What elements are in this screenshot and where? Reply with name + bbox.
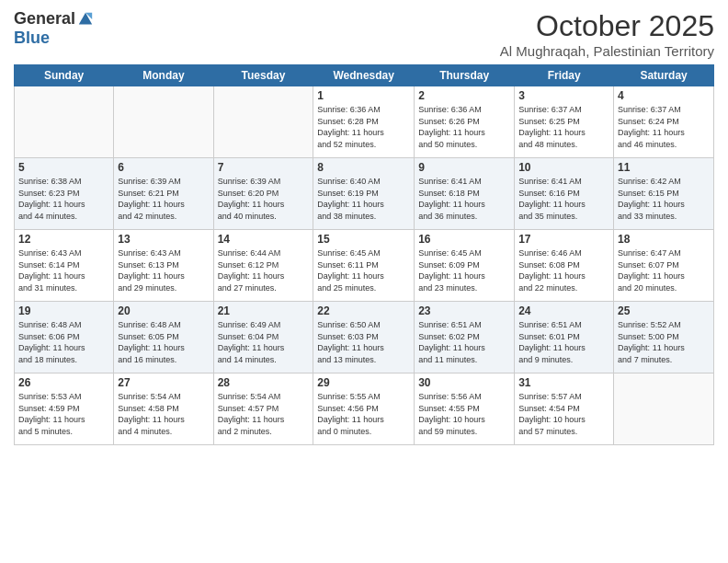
day-info: Sunrise: 6:46 AM Sunset: 6:08 PM Dayligh… xyxy=(518,247,609,293)
day-info: Sunrise: 6:39 AM Sunset: 6:21 PM Dayligh… xyxy=(118,176,209,222)
day-info: Sunrise: 6:45 AM Sunset: 6:09 PM Dayligh… xyxy=(418,247,510,293)
day-number: 26 xyxy=(18,376,109,389)
table-row: 28Sunrise: 5:54 AM Sunset: 4:57 PM Dayli… xyxy=(213,373,313,445)
day-number: 7 xyxy=(218,161,310,174)
day-number: 14 xyxy=(218,233,310,246)
day-number: 17 xyxy=(518,233,609,246)
day-number: 12 xyxy=(18,233,109,246)
day-info: Sunrise: 6:40 AM Sunset: 6:19 PM Dayligh… xyxy=(317,176,410,222)
day-number: 18 xyxy=(618,233,710,246)
day-info: Sunrise: 6:45 AM Sunset: 6:11 PM Dayligh… xyxy=(317,247,410,293)
table-row: 23Sunrise: 6:51 AM Sunset: 6:02 PM Dayli… xyxy=(415,302,515,373)
table-row: 6Sunrise: 6:39 AM Sunset: 6:21 PM Daylig… xyxy=(114,158,213,230)
table-row: 16Sunrise: 6:45 AM Sunset: 6:09 PM Dayli… xyxy=(415,230,515,302)
day-info: Sunrise: 6:43 AM Sunset: 6:13 PM Dayligh… xyxy=(118,247,209,293)
table-row xyxy=(114,86,213,158)
logo-general-text: General xyxy=(14,9,75,29)
day-number: 6 xyxy=(118,161,209,174)
calendar-week-row: 26Sunrise: 5:53 AM Sunset: 4:59 PM Dayli… xyxy=(15,373,714,445)
day-number: 10 xyxy=(518,161,609,174)
day-info: Sunrise: 6:48 AM Sunset: 6:05 PM Dayligh… xyxy=(118,319,209,365)
table-row: 22Sunrise: 6:50 AM Sunset: 6:03 PM Dayli… xyxy=(313,302,415,373)
table-row: 25Sunrise: 5:52 AM Sunset: 5:00 PM Dayli… xyxy=(614,302,714,373)
day-number: 8 xyxy=(317,161,410,174)
day-info: Sunrise: 6:47 AM Sunset: 6:07 PM Dayligh… xyxy=(618,247,710,293)
day-number: 19 xyxy=(18,304,109,317)
day-number: 20 xyxy=(118,304,209,317)
table-row: 31Sunrise: 5:57 AM Sunset: 4:54 PM Dayli… xyxy=(515,373,614,445)
table-row: 20Sunrise: 6:48 AM Sunset: 6:05 PM Dayli… xyxy=(114,302,213,373)
header-sunday: Sunday xyxy=(15,65,114,86)
day-number: 3 xyxy=(518,89,609,102)
table-row: 29Sunrise: 5:55 AM Sunset: 4:56 PM Dayli… xyxy=(313,373,415,445)
table-row xyxy=(213,86,313,158)
table-row: 8Sunrise: 6:40 AM Sunset: 6:19 PM Daylig… xyxy=(313,158,415,230)
header-monday: Monday xyxy=(114,65,213,86)
calendar-week-row: 1Sunrise: 6:36 AM Sunset: 6:28 PM Daylig… xyxy=(15,86,714,158)
table-row: 27Sunrise: 5:54 AM Sunset: 4:58 PM Dayli… xyxy=(114,373,213,445)
day-number: 13 xyxy=(118,233,209,246)
day-number: 4 xyxy=(618,89,710,102)
day-info: Sunrise: 5:55 AM Sunset: 4:56 PM Dayligh… xyxy=(317,391,410,437)
header-tuesday: Tuesday xyxy=(213,65,313,86)
table-row: 15Sunrise: 6:45 AM Sunset: 6:11 PM Dayli… xyxy=(313,230,415,302)
day-number: 23 xyxy=(418,304,510,317)
day-number: 2 xyxy=(418,89,510,102)
table-row: 13Sunrise: 6:43 AM Sunset: 6:13 PM Dayli… xyxy=(114,230,213,302)
table-row: 4Sunrise: 6:37 AM Sunset: 6:24 PM Daylig… xyxy=(614,86,714,158)
day-info: Sunrise: 5:54 AM Sunset: 4:57 PM Dayligh… xyxy=(218,391,310,437)
day-number: 15 xyxy=(317,233,410,246)
day-info: Sunrise: 5:54 AM Sunset: 4:58 PM Dayligh… xyxy=(118,391,209,437)
day-number: 16 xyxy=(418,233,510,246)
calendar-week-row: 19Sunrise: 6:48 AM Sunset: 6:06 PM Dayli… xyxy=(15,302,714,373)
logo-blue-text: Blue xyxy=(14,29,50,48)
header-wednesday: Wednesday xyxy=(313,65,415,86)
day-info: Sunrise: 6:51 AM Sunset: 6:02 PM Dayligh… xyxy=(418,319,510,365)
day-info: Sunrise: 6:49 AM Sunset: 6:04 PM Dayligh… xyxy=(218,319,310,365)
calendar-week-row: 12Sunrise: 6:43 AM Sunset: 6:14 PM Dayli… xyxy=(15,230,714,302)
table-row: 3Sunrise: 6:37 AM Sunset: 6:25 PM Daylig… xyxy=(515,86,614,158)
day-info: Sunrise: 6:51 AM Sunset: 6:01 PM Dayligh… xyxy=(518,319,609,365)
day-info: Sunrise: 6:41 AM Sunset: 6:18 PM Dayligh… xyxy=(418,176,510,222)
day-info: Sunrise: 6:36 AM Sunset: 6:28 PM Dayligh… xyxy=(317,104,410,150)
day-number: 22 xyxy=(317,304,410,317)
table-row: 17Sunrise: 6:46 AM Sunset: 6:08 PM Dayli… xyxy=(515,230,614,302)
day-info: Sunrise: 6:37 AM Sunset: 6:24 PM Dayligh… xyxy=(618,104,710,150)
table-row: 10Sunrise: 6:41 AM Sunset: 6:16 PM Dayli… xyxy=(515,158,614,230)
day-number: 29 xyxy=(317,376,410,389)
table-row: 14Sunrise: 6:44 AM Sunset: 6:12 PM Dayli… xyxy=(213,230,313,302)
logo-icon xyxy=(77,11,94,28)
day-number: 11 xyxy=(618,161,710,174)
day-number: 31 xyxy=(518,376,609,389)
table-row: 19Sunrise: 6:48 AM Sunset: 6:06 PM Dayli… xyxy=(15,302,114,373)
table-row: 26Sunrise: 5:53 AM Sunset: 4:59 PM Dayli… xyxy=(15,373,114,445)
day-number: 28 xyxy=(218,376,310,389)
table-row: 21Sunrise: 6:49 AM Sunset: 6:04 PM Dayli… xyxy=(213,302,313,373)
table-row: 30Sunrise: 5:56 AM Sunset: 4:55 PM Dayli… xyxy=(415,373,515,445)
day-number: 25 xyxy=(618,304,710,317)
day-info: Sunrise: 5:53 AM Sunset: 4:59 PM Dayligh… xyxy=(18,391,109,437)
day-number: 30 xyxy=(418,376,510,389)
day-info: Sunrise: 6:42 AM Sunset: 6:15 PM Dayligh… xyxy=(618,176,710,222)
table-row: 7Sunrise: 6:39 AM Sunset: 6:20 PM Daylig… xyxy=(213,158,313,230)
day-info: Sunrise: 6:39 AM Sunset: 6:20 PM Dayligh… xyxy=(218,176,310,222)
day-number: 1 xyxy=(317,89,410,102)
table-row: 11Sunrise: 6:42 AM Sunset: 6:15 PM Dayli… xyxy=(614,158,714,230)
logo: General Blue xyxy=(14,9,94,48)
day-info: Sunrise: 5:56 AM Sunset: 4:55 PM Dayligh… xyxy=(418,391,510,437)
day-number: 27 xyxy=(118,376,209,389)
day-info: Sunrise: 5:57 AM Sunset: 4:54 PM Dayligh… xyxy=(518,391,609,437)
calendar-week-row: 5Sunrise: 6:38 AM Sunset: 6:23 PM Daylig… xyxy=(15,158,714,230)
title-area: October 2025 Al Mughraqah, Palestinian T… xyxy=(500,9,714,59)
table-row xyxy=(614,373,714,445)
day-info: Sunrise: 6:36 AM Sunset: 6:26 PM Dayligh… xyxy=(418,104,510,150)
day-info: Sunrise: 5:52 AM Sunset: 5:00 PM Dayligh… xyxy=(618,319,710,365)
header-thursday: Thursday xyxy=(415,65,515,86)
month-title: October 2025 xyxy=(500,9,714,43)
page: General Blue October 2025 Al Mughraqah, … xyxy=(0,0,728,563)
day-number: 9 xyxy=(418,161,510,174)
location-title: Al Mughraqah, Palestinian Territory xyxy=(500,43,714,59)
table-row: 18Sunrise: 6:47 AM Sunset: 6:07 PM Dayli… xyxy=(614,230,714,302)
calendar-table: Sunday Monday Tuesday Wednesday Thursday… xyxy=(14,64,714,445)
day-info: Sunrise: 6:48 AM Sunset: 6:06 PM Dayligh… xyxy=(18,319,109,365)
